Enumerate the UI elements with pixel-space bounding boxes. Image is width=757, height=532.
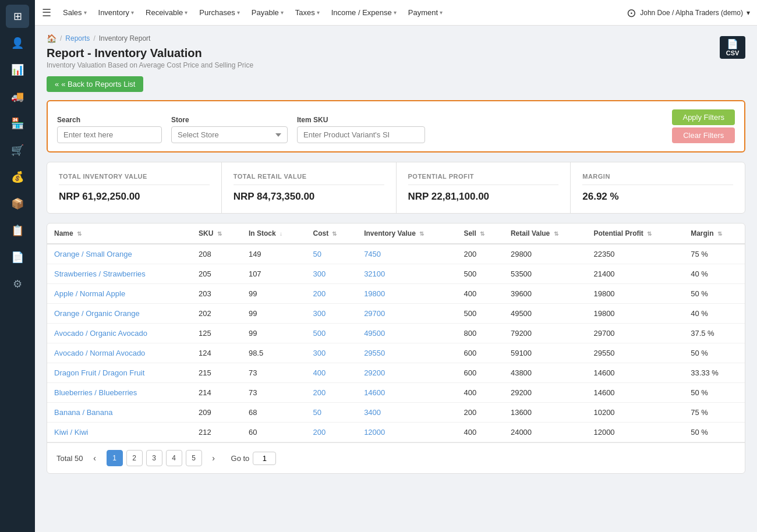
file-icon: 📄	[727, 38, 738, 49]
clear-filters-button[interactable]: Clear Filters	[672, 127, 735, 143]
cell-name[interactable]: Kiwi / Kiwi	[47, 423, 192, 442]
sidebar-icon-dashboard[interactable]: ⊞	[6, 5, 29, 28]
cell-name[interactable]: Strawberries / Strawberries	[47, 264, 192, 284]
cell-sku: 208	[192, 244, 242, 264]
nav-item-taxes[interactable]: Taxes ▾	[291, 6, 324, 19]
cell-margin: 75 %	[684, 244, 745, 264]
sidebar-icon-list[interactable]: 📋	[6, 219, 29, 242]
nav-item-sales[interactable]: Sales ▾	[58, 6, 91, 19]
cell-retail-value: 39600	[504, 284, 587, 304]
table-row: Avocado / Organic Avocado 125 99 500 495…	[47, 324, 745, 343]
col-margin[interactable]: Margin ⇅	[684, 224, 745, 244]
pagination-next[interactable]: ›	[206, 450, 222, 466]
sidebar-icon-truck[interactable]: 🚚	[6, 85, 29, 108]
cell-name[interactable]: Banana / Banana	[47, 403, 192, 423]
col-sku[interactable]: SKU ⇅	[192, 224, 242, 244]
top-navigation: ☰ Sales ▾ Inventory ▾ Receivable ▾ Purch…	[35, 0, 757, 26]
summary-card-title-inventory: TOTAL INVENTORY VALUE	[59, 173, 210, 185]
pagination-prev[interactable]: ‹	[87, 450, 103, 466]
sidebar-icon-person-money[interactable]: 💰	[6, 165, 29, 189]
cell-name[interactable]: Avocado / Organic Avocado	[47, 324, 192, 343]
cell-margin: 50 %	[684, 383, 745, 403]
sidebar: ⊞ 👤 📊 🚚 🏪 🛒 💰 📦 📋 📄 ⚙	[0, 0, 35, 532]
cell-cost: 50	[306, 403, 357, 423]
cell-name[interactable]: Dragon Fruit / Dragon Fruit	[47, 363, 192, 383]
chevron-down-icon: ▾	[185, 9, 188, 16]
cell-margin: 37.5 %	[684, 324, 745, 343]
col-potential-profit[interactable]: Potential Profit ⇅	[586, 224, 684, 244]
cell-cost: 200	[306, 383, 357, 403]
csv-export-button[interactable]: 📄 CSV	[720, 36, 745, 59]
cell-name[interactable]: Avocado / Normal Avocado	[47, 343, 192, 363]
cell-inv-value: 32100	[357, 264, 457, 284]
user-menu[interactable]: ⊙ John Doe / Alpha Traders (demo) ▾	[627, 6, 750, 20]
nav-item-payable[interactable]: Payable ▾	[247, 6, 288, 19]
main-content: ☰ Sales ▾ Inventory ▾ Receivable ▾ Purch…	[35, 0, 757, 532]
breadcrumb-current: Inventory Report	[99, 34, 151, 42]
store-select[interactable]: Select Store	[171, 126, 288, 143]
nav-item-inventory[interactable]: Inventory ▾	[94, 6, 139, 19]
sku-label: Item SKU	[297, 116, 425, 124]
cell-instock: 99	[242, 284, 306, 304]
pagination: Total 50 ‹ 1 2 3 4 5 › Go to	[47, 442, 745, 473]
cell-margin: 40 %	[684, 304, 745, 324]
github-icon: ⊙	[627, 6, 636, 20]
store-label: Store	[171, 116, 288, 124]
hamburger-menu[interactable]: ☰	[42, 6, 51, 19]
nav-item-purchases[interactable]: Purchases ▾	[194, 6, 244, 19]
cell-potential-profit: 29550	[586, 343, 684, 363]
pagination-page-4[interactable]: 4	[166, 450, 182, 466]
col-sell[interactable]: Sell ⇅	[457, 224, 503, 244]
cell-sell: 200	[457, 403, 503, 423]
pagination-page-1[interactable]: 1	[107, 450, 123, 466]
summary-card-margin: MARGIN 26.92 %	[571, 162, 745, 213]
nav-item-income-expense[interactable]: Income / Expense ▾	[327, 6, 401, 19]
col-inv-value[interactable]: Inventory Value ⇅	[357, 224, 457, 244]
chevron-down-icon: ▾	[394, 9, 397, 16]
sidebar-icon-chart[interactable]: 📊	[6, 58, 29, 81]
nav-item-receivable[interactable]: Receivable ▾	[141, 6, 192, 19]
sort-icon-margin: ⇅	[717, 230, 722, 237]
cell-inv-value: 29550	[357, 343, 457, 363]
cell-cost: 200	[306, 284, 357, 304]
col-retail-value[interactable]: Retail Value ⇅	[504, 224, 587, 244]
home-icon[interactable]: 🏠	[47, 34, 56, 43]
cell-retail-value: 49500	[504, 304, 587, 324]
cell-potential-profit: 19800	[586, 304, 684, 324]
pagination-page-3[interactable]: 3	[146, 450, 162, 466]
apply-filters-button[interactable]: Apply Filters	[672, 109, 735, 125]
summary-card-title-retail: TOTAL RETAIL VALUE	[234, 173, 384, 185]
cell-retail-value: 29200	[504, 383, 587, 403]
cell-cost: 300	[306, 343, 357, 363]
search-input[interactable]	[57, 126, 162, 143]
cell-name[interactable]: Blueberries / Blueberries	[47, 383, 192, 403]
cell-name[interactable]: Apple / Normal Apple	[47, 284, 192, 304]
sku-input[interactable]	[297, 126, 425, 143]
sidebar-icon-report[interactable]: 📄	[6, 246, 29, 269]
pagination-page-2[interactable]: 2	[126, 450, 143, 466]
col-name[interactable]: Name ⇅	[47, 224, 192, 244]
cell-name[interactable]: Orange / Small Orange	[47, 244, 192, 264]
sort-icon-potential-profit: ⇅	[647, 230, 652, 237]
sidebar-icon-warehouse[interactable]: 🏪	[6, 112, 29, 135]
back-to-reports-button[interactable]: « « Back to Reports List	[47, 76, 143, 92]
sidebar-icon-cart[interactable]: 🛒	[6, 139, 29, 162]
nav-item-payment[interactable]: Payment ▾	[404, 6, 447, 19]
col-cost[interactable]: Cost ⇅	[306, 224, 357, 244]
inventory-table: Name ⇅ SKU ⇅ In Stock ↓ Cost ⇅ Inventory…	[47, 224, 745, 442]
sidebar-icon-user[interactable]: 👤	[6, 31, 29, 55]
inventory-table-container: Name ⇅ SKU ⇅ In Stock ↓ Cost ⇅ Inventory…	[47, 223, 745, 474]
cell-instock: 98.5	[242, 343, 306, 363]
cell-margin: 50 %	[684, 284, 745, 304]
cell-sku: 212	[192, 423, 242, 442]
cell-instock: 68	[242, 403, 306, 423]
cell-cost: 300	[306, 264, 357, 284]
cell-instock: 107	[242, 264, 306, 284]
breadcrumb-reports[interactable]: Reports	[65, 34, 90, 42]
sidebar-icon-settings[interactable]: ⚙	[6, 272, 29, 296]
sidebar-icon-package[interactable]: 📦	[6, 192, 29, 215]
cell-name[interactable]: Orange / Organic Orange	[47, 304, 192, 324]
pagination-page-5[interactable]: 5	[186, 450, 202, 466]
col-instock[interactable]: In Stock ↓	[242, 224, 306, 244]
goto-input[interactable]	[253, 452, 276, 465]
